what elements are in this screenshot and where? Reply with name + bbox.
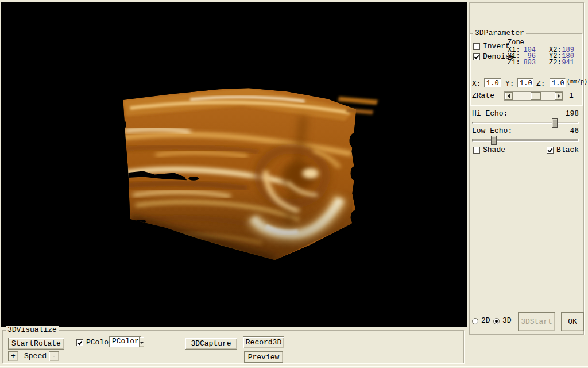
mode-3d-label: 3D (502, 317, 512, 325)
zrate-value: 1 (569, 92, 574, 100)
3dstart-button[interactable]: 3DStart (518, 312, 555, 331)
pcolor-dropdown[interactable]: PColor (109, 336, 141, 347)
3dcapture-button[interactable]: 3DCapture (185, 338, 237, 350)
black-label: Black (556, 146, 579, 154)
low-echo-thumb[interactable] (491, 136, 497, 145)
scale-x-label: X: (472, 80, 481, 88)
speed-plus-button[interactable]: + (8, 351, 18, 361)
ok-button[interactable]: OK (561, 312, 584, 331)
zrate-thumb[interactable] (531, 92, 541, 100)
group-3dparameter-title: 3DParameter (473, 29, 526, 37)
group-3dvisualize-title: 3DVisualize (6, 326, 59, 334)
panel-divider (467, 327, 467, 368)
zrate-scrollbar[interactable] (504, 91, 563, 101)
start-rotate-button[interactable]: StartRotate (8, 338, 64, 350)
speed-label: Speed (24, 352, 47, 361)
invert-label: Invert (483, 43, 510, 51)
app-window: 3DParameter Invert Denoise Zone X1: 104 … (0, 0, 588, 368)
low-echo-track[interactable] (472, 139, 579, 142)
pcolor-dropdown-arrow-icon[interactable] (139, 337, 144, 347)
zone-z1-value: 803 (516, 59, 536, 67)
scale-z-input[interactable] (550, 78, 566, 87)
zrate-right-arrow-icon[interactable] (555, 92, 563, 100)
zone-z2-value: 941 (555, 59, 574, 67)
scale-y-input[interactable] (517, 78, 533, 87)
low-echo-label: Low Echo: (472, 127, 512, 135)
invert-checkbox[interactable] (473, 43, 480, 50)
speed-minus-button[interactable]: - (49, 351, 59, 361)
mode-2d-label: 2D (481, 317, 490, 325)
scale-y-label: Y: (505, 80, 514, 88)
scale-unit-label: (mm/p) (567, 79, 587, 85)
black-checkbox[interactable] (547, 147, 554, 154)
hi-echo-track[interactable] (472, 122, 579, 124)
denoise-checkbox[interactable] (473, 53, 480, 60)
record3d-button[interactable]: Record3D (243, 336, 284, 348)
mode-3d-radio[interactable] (493, 318, 500, 324)
scale-x-input[interactable] (484, 78, 501, 87)
preview-button[interactable]: Preview (244, 351, 283, 363)
visualize-panel: 3DVisualize StartRotate + Speed - PColor… (0, 327, 467, 368)
hi-echo-value: 198 (548, 110, 579, 118)
shade-label: Shade (483, 146, 505, 154)
pcolor-dropdown-value: PColor (110, 338, 139, 346)
scale-z-label: Z: (536, 80, 546, 88)
render-viewport[interactable] (1, 2, 467, 327)
window-bottom-edge (0, 366, 588, 366)
zrate-left-arrow-icon[interactable] (505, 92, 513, 100)
shade-checkbox[interactable] (473, 147, 480, 154)
low-echo-slider[interactable] (472, 136, 579, 145)
low-echo-value: 46 (548, 127, 579, 135)
pcolor-checkbox[interactable] (76, 339, 83, 346)
parameter-panel: 3DParameter Invert Denoise Zone X1: 104 … (468, 0, 588, 368)
hi-echo-thumb[interactable] (552, 118, 558, 128)
zrate-label: ZRate (472, 92, 494, 100)
mode-2d-radio[interactable] (472, 318, 478, 324)
hi-echo-label: Hi Echo: (472, 110, 508, 118)
volume-render (1, 2, 467, 327)
